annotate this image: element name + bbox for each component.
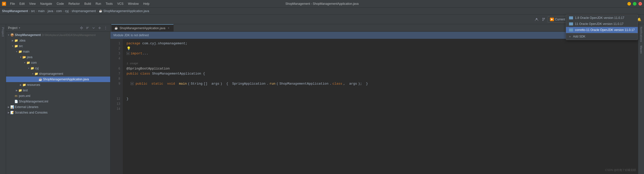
menu-item-file[interactable]: File [8, 1, 17, 6]
fold-marker-method[interactable]: ⊟ [131, 82, 134, 85]
sdk-option-2[interactable]: 11 Oracle OpenJDK version 11.0.17 [566, 21, 638, 27]
line-number: 13 [110, 101, 122, 106]
restore-button[interactable]: □ [633, 2, 636, 6]
line-number: 9 [110, 81, 122, 86]
project-panel: Project ▾ ⋮ ▾ [6, 24, 110, 174]
breadcrumb-item[interactable]: shopmanagement [72, 9, 96, 13]
menu-item-navigate[interactable]: Navigate [38, 1, 54, 6]
jdk-warning-message: Module JDK is not defined [113, 33, 149, 37]
menu-item-vcs[interactable]: VCS [115, 1, 126, 6]
tree-item-main[interactable]: ▾ 📁 main [6, 49, 110, 54]
item-label: External Libraries [15, 105, 38, 109]
code-line-13 [127, 101, 634, 106]
tree-arrow: ▾ [15, 50, 18, 53]
menu-item-view[interactable]: View [27, 1, 38, 6]
item-label: main [23, 50, 29, 53]
tree-arrow: ▾ [11, 45, 14, 47]
menu-item-help[interactable]: Help [141, 1, 151, 6]
code-line-3: ⊟import ... [127, 51, 634, 56]
tree-item-ext-libs[interactable]: ▶ 📊 External Libraries [6, 104, 110, 110]
svg-point-17 [81, 27, 82, 29]
panel-settings-button[interactable] [97, 25, 102, 30]
minimize-button[interactable]: − [627, 2, 631, 6]
tree-item-pom[interactable]: ▶ m pom.xml [6, 93, 110, 99]
light-bulb-icon[interactable]: 💡 [127, 46, 131, 51]
breadcrumb-item[interactable]: ShopManagement [2, 9, 28, 13]
tree-item-com[interactable]: ▾ 📁 com [6, 60, 110, 65]
menu-item-window[interactable]: Window [126, 1, 141, 6]
code-line-6: @SpringBootApplication [127, 66, 634, 71]
sdk-dropdown: 1.8 Oracle OpenJDK version 11.0.17 11 Or… [566, 15, 638, 40]
menu-item-build[interactable]: Build [82, 1, 93, 6]
sdk-label: 11 Oracle OpenJDK version 11.0.17 [575, 22, 624, 26]
tree-item-src[interactable]: ▾ 📁 src [6, 43, 110, 49]
fold-marker[interactable]: ⊟ [127, 52, 130, 55]
tree-item-idea[interactable]: ▶ 📁 .idea [6, 38, 110, 43]
sdk-folder-icon [569, 22, 573, 25]
project-title-label: Project [8, 26, 17, 30]
usage-hint: 1 usage [127, 62, 138, 65]
tree-arrow: ▶ [11, 39, 14, 42]
tree-item-iml[interactable]: ▶ 📄 ShopManagement.iml [6, 99, 110, 104]
add-sdk-button[interactable]: + Add SDK [566, 33, 638, 40]
editor-tab-app-java[interactable]: ☕ ShopManagementApplication.java × [111, 24, 174, 32]
chevron-down-icon[interactable]: ▾ [19, 26, 20, 29]
code-content[interactable]: package com.cyj.shopmanagement; 💡 ⊟impor… [123, 39, 638, 174]
tree-arrow: ▾ [27, 67, 30, 69]
close-button[interactable]: × [638, 2, 642, 6]
folder-icon: 📁 [30, 66, 34, 70]
panel-actions: ⋮ [79, 25, 108, 30]
tree-item-app-java[interactable]: ▶ ☕ ShopManagementApplication.java [6, 77, 110, 82]
tree-arrow: ▶ [7, 111, 10, 114]
vcs-button[interactable] [541, 16, 547, 22]
sdk-label: 1.8 Oracle OpenJDK version 11.0.17 [575, 16, 624, 20]
project-panel-tab[interactable]: Project [1, 25, 5, 39]
tab-close-button[interactable]: × [167, 26, 170, 30]
breadcrumb-item[interactable]: cyj [65, 9, 69, 13]
editor-tabs: ☕ ShopManagementApplication.java × ⋮ [110, 24, 638, 32]
breadcrumb-item[interactable]: main [38, 9, 45, 13]
breadcrumb-item[interactable]: com [56, 9, 62, 13]
breadcrumb-item[interactable]: java [48, 9, 53, 13]
item-label: ShopManagement [15, 33, 41, 37]
more-options-button[interactable]: ⋮ [103, 25, 108, 30]
code-line-14 [127, 106, 634, 111]
tree-item-cyj[interactable]: ▾ 📁 cyj [6, 65, 110, 71]
locate-in-tree-button[interactable] [79, 25, 84, 30]
tree-arrow: ▾ [7, 34, 10, 36]
item-label: com [31, 61, 37, 64]
profile-button[interactable] [534, 16, 540, 22]
expand-all-button[interactable] [91, 25, 96, 30]
collapse-all-button[interactable] [85, 25, 90, 30]
svg-point-25 [99, 27, 100, 28]
maven-panel-tab[interactable]: Maven [639, 44, 643, 55]
bc-sep-1: › [29, 9, 30, 13]
menu-item-edit[interactable]: Edit [17, 1, 27, 6]
svg-marker-5 [551, 18, 553, 20]
resources-icon: 📁 [22, 83, 26, 87]
breadcrumb-file[interactable]: ☕ ShopManagementApplication.java [99, 9, 149, 13]
line-number: 7 [110, 71, 122, 76]
menu-item-code[interactable]: Code [55, 1, 66, 6]
tree-item-java[interactable]: ▾ 📂 java [6, 54, 110, 60]
bc-sep-3: › [46, 9, 47, 13]
line-number [110, 91, 122, 96]
tree-item-root[interactable]: ▾ 📦 ShopManagement D:\Workplace\Java\IDE… [6, 32, 110, 38]
library-icon: 📊 [10, 105, 14, 109]
menu-item-tools[interactable]: Tools [104, 1, 115, 6]
breadcrumb-item[interactable]: src [31, 9, 35, 13]
sdk-option-3-corretto[interactable]: corretto-11 Oracle OpenJDK version 11.0.… [566, 27, 638, 33]
tree-item-scratches[interactable]: ▶ 📝 Scratches and Consoles [6, 110, 110, 115]
code-editor: 1 2 3 4 6 7 8 9 12 13 14 package com.cyj… [110, 39, 638, 174]
tree-item-shopmanagement-pkg[interactable]: ▾ 📁 shopmanagement [6, 71, 110, 77]
tree-item-test[interactable]: ▶ 📁 test [6, 88, 110, 93]
menu-item-run[interactable]: Run [94, 1, 103, 6]
code-line-1: package com.cyj.shopmanagement; [127, 41, 634, 46]
notifications-panel-tab[interactable]: Notifications [639, 25, 643, 44]
line-number: 1 [110, 41, 122, 46]
menu-item-refactor[interactable]: Refactor [66, 1, 82, 6]
sdk-option-1[interactable]: 1.8 Oracle OpenJDK version 11.0.17 [566, 15, 638, 21]
item-label: Scratches and Consoles [15, 111, 48, 114]
code-line-7: public class ShopManagementApplication { [127, 71, 634, 76]
tree-item-resources[interactable]: ▶ 📁 resources [6, 82, 110, 88]
